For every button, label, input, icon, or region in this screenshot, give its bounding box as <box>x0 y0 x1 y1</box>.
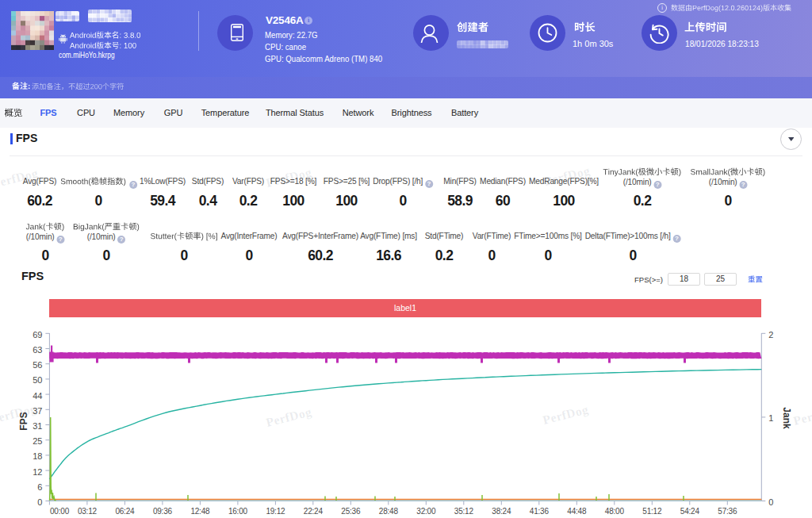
svg-text:38:24: 38:24 <box>492 507 511 516</box>
svg-text:31: 31 <box>33 421 42 431</box>
svg-text:09:36: 09:36 <box>153 507 173 516</box>
svg-text:44:48: 44:48 <box>567 507 587 516</box>
svg-text:50: 50 <box>33 375 42 385</box>
svg-text:18: 18 <box>33 451 42 461</box>
svg-text:41:36: 41:36 <box>530 507 550 516</box>
svg-text:54:24: 54:24 <box>680 507 700 516</box>
svg-text:35:12: 35:12 <box>454 507 474 516</box>
svg-text:48:00: 48:00 <box>605 507 625 516</box>
svg-text:03:12: 03:12 <box>78 507 98 516</box>
svg-text:63: 63 <box>33 345 42 355</box>
svg-text:19:12: 19:12 <box>266 507 285 516</box>
svg-text:2: 2 <box>768 330 773 340</box>
svg-text:16:00: 16:00 <box>228 507 248 516</box>
svg-text:0: 0 <box>768 497 773 507</box>
svg-text:1: 1 <box>768 413 773 423</box>
svg-text:12:48: 12:48 <box>190 507 210 516</box>
svg-text:25:36: 25:36 <box>341 507 361 516</box>
svg-text:0: 0 <box>37 497 42 507</box>
svg-text:00:00: 00:00 <box>50 507 70 516</box>
svg-text:44: 44 <box>33 391 42 401</box>
svg-text:06:24: 06:24 <box>115 507 135 516</box>
svg-text:57:36: 57:36 <box>718 507 737 516</box>
svg-text:51:12: 51:12 <box>642 507 662 516</box>
svg-text:6: 6 <box>37 482 42 492</box>
svg-text:25: 25 <box>33 436 42 446</box>
svg-text:69: 69 <box>33 330 42 340</box>
svg-text:22:24: 22:24 <box>304 507 324 516</box>
svg-text:Jank: Jank <box>781 407 792 429</box>
svg-text:32:00: 32:00 <box>416 507 436 516</box>
svg-text:12: 12 <box>33 467 42 477</box>
svg-text:28:48: 28:48 <box>379 507 399 516</box>
svg-text:56: 56 <box>33 360 42 370</box>
